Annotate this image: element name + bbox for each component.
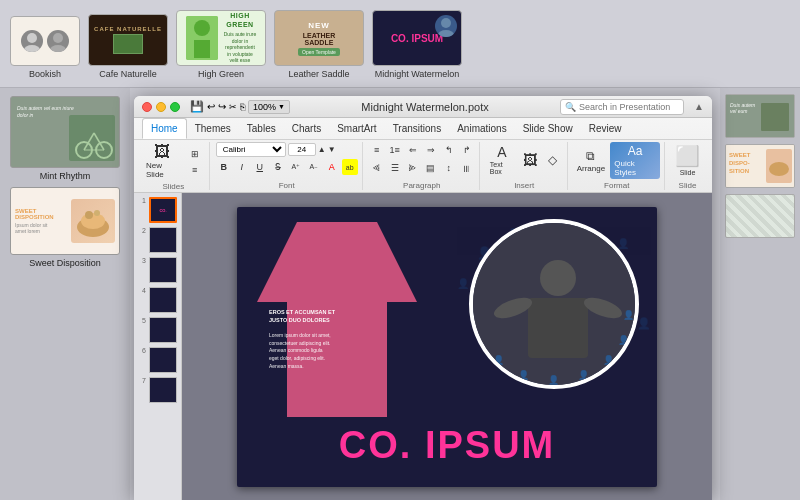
highlight-btn[interactable]: ab — [342, 159, 358, 175]
gallery-item-leather[interactable]: NEW LEATHERSADDLE Open Template Leather … — [274, 10, 364, 79]
new-slide-label: New Slide — [146, 161, 179, 179]
svg-rect-46 — [761, 103, 789, 131]
slide-content[interactable]: 👤 👤 👤 👤 👤 👤 👤 👤 👤 👤 — [237, 207, 657, 487]
text-box-btn[interactable]: A Text Box — [486, 142, 518, 177]
search-input[interactable] — [579, 102, 679, 112]
shapes-btn[interactable]: ◇ — [543, 151, 563, 169]
collapse-icon[interactable]: ▲ — [694, 101, 704, 112]
columns-btn[interactable]: ⫼ — [459, 160, 475, 176]
font-name-select[interactable]: Calibri — [216, 142, 286, 157]
bold-btn[interactable]: B — [216, 159, 232, 175]
arrange-btn[interactable]: ⧉ Arrange — [574, 147, 609, 175]
sidebar-template-sweet[interactable]: SWEETDISPOSITION Ipsum dolor sitamet lor… — [8, 187, 122, 268]
mint-bike-svg — [10, 96, 119, 167]
justify-btn[interactable]: ▤ — [423, 160, 439, 176]
indent-less-btn[interactable]: ⇐ — [405, 142, 421, 158]
leather-open-btn[interactable]: Open Template — [298, 48, 340, 56]
tab-transitions[interactable]: Transitions — [385, 118, 450, 139]
line-spacing-btn[interactable]: ↕ — [441, 160, 457, 176]
slide-mini-2[interactable] — [149, 227, 177, 253]
gallery-item-cafe[interactable]: CAFE NATURELLE Cafe Naturelle — [88, 14, 168, 79]
picture-btn[interactable]: 🖼 — [520, 150, 541, 170]
numbered-list-btn[interactable]: 1≡ — [387, 142, 403, 158]
align-left-btn[interactable]: ⫷ — [369, 160, 385, 176]
tab-charts[interactable]: Charts — [284, 118, 329, 139]
slide-item-2[interactable]: 2 — [138, 227, 177, 253]
format-group-label: Format — [604, 181, 629, 190]
maximize-button[interactable] — [170, 102, 180, 112]
slide-item-6[interactable]: 6 — [138, 347, 177, 373]
italic-btn[interactable]: I — [234, 159, 250, 175]
tab-animations[interactable]: Animations — [449, 118, 514, 139]
slide-mini-5[interactable] — [149, 317, 177, 343]
slide-size-btn[interactable]: ⬜ Slide — [671, 142, 704, 178]
minimize-button[interactable] — [156, 102, 166, 112]
search-box[interactable]: 🔍 — [560, 99, 684, 115]
ppt-window: 💾 ↩ ↪ ✂ ⎘ 100% ▼ Midnight Watermelon.pot… — [134, 96, 712, 500]
new-slide-btn[interactable]: 🖼 New Slide — [142, 142, 183, 181]
right-thumb-green[interactable] — [725, 194, 795, 238]
tab-smartart[interactable]: SmartArt — [329, 118, 384, 139]
slide-item-4[interactable]: 4 — [138, 287, 177, 313]
save-icon[interactable]: 💾 — [190, 100, 204, 113]
tab-home[interactable]: Home — [142, 118, 187, 139]
slide-item-1[interactable]: 1 CO. — [138, 197, 177, 223]
undo-icon[interactable]: ↩ — [207, 101, 215, 112]
align-right-btn[interactable]: ⫸ — [405, 160, 421, 176]
slide-item-5[interactable]: 5 — [138, 317, 177, 343]
ribbon: Home Themes Tables Charts SmartArt Trans… — [134, 118, 712, 193]
redo-icon[interactable]: ↪ — [218, 101, 226, 112]
svg-text:👤: 👤 — [548, 374, 560, 386]
sidebar-thumb-sweet: SWEETDISPOSITION Ipsum dolor sitamet lor… — [10, 187, 120, 255]
gallery-item-highgreen[interactable]: HIGHGREEN Duis aute iruredolor inreprehe… — [176, 10, 266, 79]
rtl-btn[interactable]: ↰ — [441, 142, 457, 158]
slide-item-3[interactable]: 3 — [138, 257, 177, 283]
tab-slideshow[interactable]: Slide Show — [515, 118, 581, 139]
subscript-btn[interactable]: A₋ — [306, 159, 322, 175]
zoom-control[interactable]: 100% ▼ — [248, 100, 290, 114]
font-size-input[interactable] — [288, 143, 316, 156]
co-ipsum-text: CO. IPSUM — [237, 424, 657, 467]
font-size-up-icon[interactable]: ▲ — [318, 145, 326, 154]
bullet-list-btn[interactable]: ≡ — [369, 142, 385, 158]
slide-mini-bg-1: CO. — [151, 199, 175, 221]
slide-mini-6[interactable] — [149, 347, 177, 373]
slide-mini-1[interactable]: CO. — [149, 197, 177, 223]
indent-more-btn[interactable]: ⇒ — [423, 142, 439, 158]
font-color-btn[interactable]: A — [324, 159, 340, 175]
sidebar-template-mint[interactable]: Duis autem vel eum iriure dolor in Mint … — [8, 96, 122, 181]
svg-text:vel eum: vel eum — [730, 108, 748, 114]
slide-size-label: Slide — [680, 169, 696, 176]
quick-styles-btn[interactable]: Aa Quick Styles — [610, 142, 660, 179]
strikethrough-btn[interactable]: S̶ — [270, 159, 286, 175]
format-btns: ⧉ Arrange Aa Quick Styles — [574, 142, 660, 179]
white-circle: 👤 👤 👤 👤 👤 👤 👤 — [469, 219, 639, 389]
superscript-btn[interactable]: A⁺ — [288, 159, 304, 175]
slide-mini-4[interactable] — [149, 287, 177, 313]
copy-icon[interactable]: ⎘ — [240, 102, 245, 112]
cut-icon[interactable]: ✂ — [229, 102, 237, 112]
ltr-btn[interactable]: ↱ — [459, 142, 475, 158]
gallery-item-bookish[interactable]: Bookish — [10, 16, 80, 79]
textbox-icon: A — [497, 144, 506, 160]
tab-tables[interactable]: Tables — [239, 118, 284, 139]
svg-text:👤: 👤 — [623, 309, 635, 321]
close-button[interactable] — [142, 102, 152, 112]
tab-review[interactable]: Review — [581, 118, 630, 139]
slide-mini-3[interactable] — [149, 257, 177, 283]
font-size-down-icon[interactable]: ▼ — [328, 145, 336, 154]
align-center-btn[interactable]: ☰ — [387, 160, 403, 176]
ribbon-tabs: Home Themes Tables Charts SmartArt Trans… — [134, 118, 712, 140]
slide-view-normal[interactable]: ⊞ — [185, 147, 205, 161]
right-thumb-sweet[interactable]: SWEET DISPO- SITION — [725, 144, 795, 188]
slide-mini-7[interactable] — [149, 377, 177, 403]
underline-btn[interactable]: U — [252, 159, 268, 175]
sweet-food-img — [71, 199, 115, 243]
right-thumb-mint[interactable]: Duis autem vel eum — [725, 94, 795, 138]
zoom-dropdown-icon: ▼ — [278, 103, 285, 110]
slide-view-outline[interactable]: ≡ — [185, 163, 205, 177]
slide-item-7[interactable]: 7 — [138, 377, 177, 403]
thumb-highgreen: HIGHGREEN Duis aute iruredolor inreprehe… — [176, 10, 266, 66]
tab-themes[interactable]: Themes — [187, 118, 239, 139]
gallery-item-midnight[interactable]: CO. IPSUM Midnight Watermelon — [372, 10, 462, 79]
